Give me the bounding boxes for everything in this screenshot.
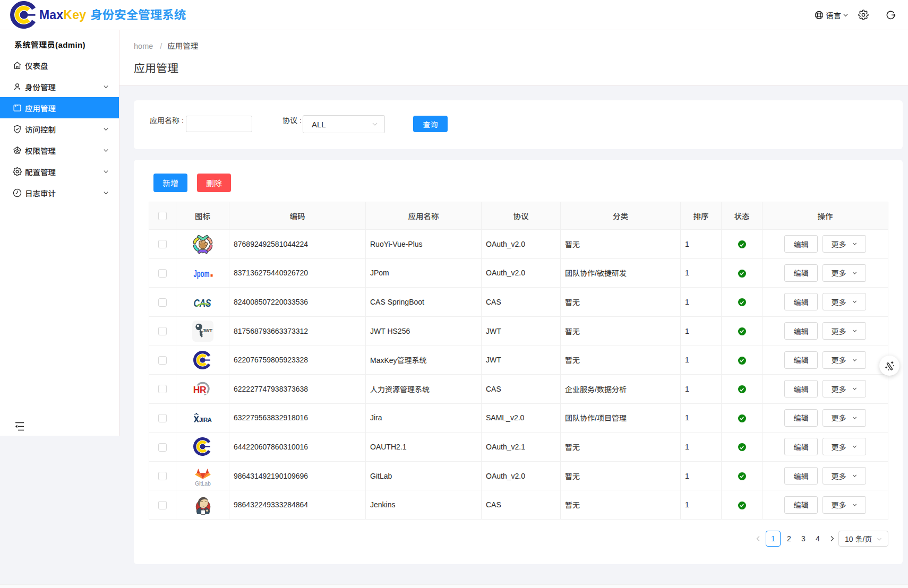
svg-text:JWT: JWT — [202, 327, 212, 333]
svg-text:GitLab: GitLab — [195, 481, 211, 487]
svg-text:Jpom: Jpom — [193, 269, 209, 279]
svg-text:CAS: CAS — [193, 297, 211, 308]
svg-text:JIRA: JIRA — [199, 417, 211, 423]
svg-text:HR: HR — [193, 385, 206, 395]
